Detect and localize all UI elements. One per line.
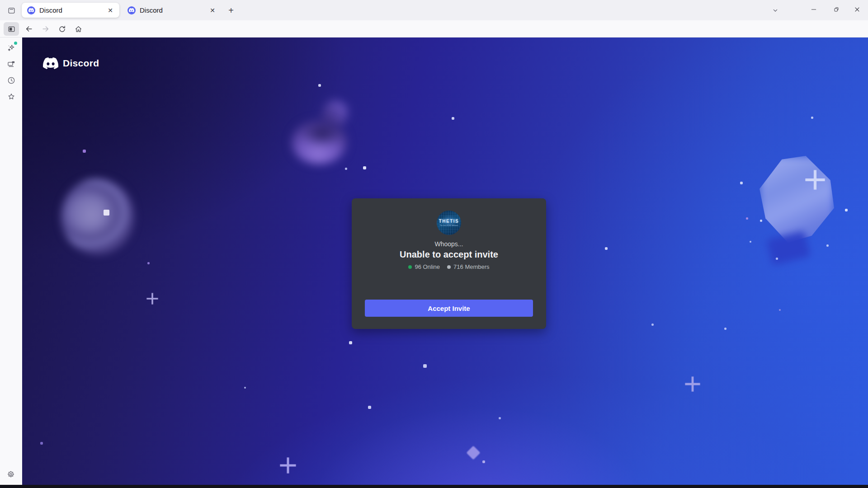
synced-tabs-icon[interactable] xyxy=(4,57,19,71)
tab-label: Discord xyxy=(39,6,105,14)
discord-logo[interactable]: Discord xyxy=(43,57,99,69)
blurred-flask-decoration xyxy=(318,97,351,132)
browser-window: Discord ✕ Discord ✕ + xyxy=(0,0,868,488)
firefox-sidebar xyxy=(0,38,22,485)
navigation-toolbar: discord.com/invite/6fHCRKnDc9 90% Sign i… xyxy=(0,20,868,38)
tab-close-icon[interactable]: ✕ xyxy=(207,5,218,16)
home-icon[interactable] xyxy=(71,22,85,36)
online-dot xyxy=(408,265,412,269)
sidebar-toggle-icon[interactable] xyxy=(4,22,19,36)
modal-title: Unable to accept invite xyxy=(400,249,498,260)
online-count: 96 Online xyxy=(415,263,440,270)
settings-gear-icon[interactable] xyxy=(4,468,18,481)
tab-close-icon[interactable]: ✕ xyxy=(105,5,116,16)
discord-mascot-icon xyxy=(43,57,58,69)
blurred-crystal-base-decoration xyxy=(766,230,810,265)
discord-favicon-icon xyxy=(127,6,136,14)
taskbar-edge xyxy=(0,485,868,488)
discord-invite-page: Discord THETIS The best SCM Software Who… xyxy=(22,38,868,488)
bookmarks-star-icon[interactable] xyxy=(4,90,19,103)
blurred-coin-decoration xyxy=(61,178,134,254)
firefox-view-icon[interactable] xyxy=(5,4,18,17)
server-icon-title: THETIS xyxy=(439,219,459,224)
members-count: 716 Members xyxy=(453,263,489,270)
server-icon: THETIS The best SCM Software xyxy=(437,211,461,235)
online-stat: 96 Online xyxy=(408,263,440,270)
invite-modal: THETIS The best SCM Software Whoops... U… xyxy=(352,198,546,329)
tab-discord-background[interactable]: Discord ✕ xyxy=(122,3,222,18)
discord-wordmark: Discord xyxy=(63,58,99,69)
modal-eyebrow-text: Whoops... xyxy=(434,240,463,248)
tab-discord-active[interactable]: Discord ✕ xyxy=(22,3,119,18)
window-minimize-icon[interactable] xyxy=(804,2,824,17)
reload-icon[interactable] xyxy=(55,22,69,36)
ai-chatbot-sparkle-icon[interactable] xyxy=(4,41,19,55)
members-dot xyxy=(447,265,451,269)
blurred-flask-decoration xyxy=(292,121,347,164)
blurred-crystal-decoration xyxy=(760,156,834,243)
window-close-icon[interactable] xyxy=(847,2,867,17)
forward-icon[interactable] xyxy=(38,22,53,36)
accept-invite-button[interactable]: Accept Invite xyxy=(365,300,533,317)
history-clock-icon[interactable] xyxy=(4,74,19,87)
back-icon[interactable] xyxy=(22,22,36,36)
server-stats: 96 Online 716 Members xyxy=(408,263,489,270)
discord-favicon-icon xyxy=(27,6,35,14)
tab-label: Discord xyxy=(140,6,207,14)
members-stat: 716 Members xyxy=(447,263,489,270)
new-tab-icon[interactable]: + xyxy=(224,4,238,17)
sparkle-notification-dot xyxy=(14,42,17,45)
list-all-tabs-chevron-icon[interactable] xyxy=(769,4,782,17)
server-icon-subtitle: The best SCM Software xyxy=(440,225,458,226)
tab-strip: Discord ✕ Discord ✕ + xyxy=(0,0,868,20)
window-restore-icon[interactable] xyxy=(826,2,846,17)
